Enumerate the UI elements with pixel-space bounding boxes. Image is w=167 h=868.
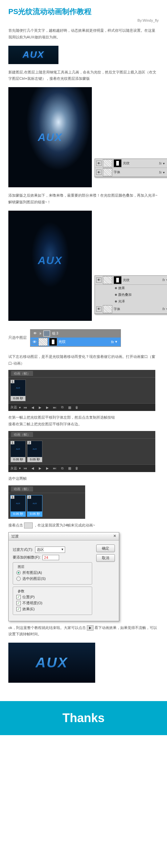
next-frame-button[interactable]: ▶ <box>45 466 50 471</box>
visibility-icon[interactable]: 👁 <box>96 169 102 175</box>
fx-effects[interactable]: 效果 <box>95 285 167 291</box>
first-frame-button[interactable]: ⏮ <box>23 405 28 410</box>
radio-icon <box>17 577 21 581</box>
frames-count-input[interactable]: 24 <box>43 555 59 560</box>
canvas-preview-1: AUX <box>8 87 92 187</box>
layers-panel-1: 👁 光纹 fx ▾ 👁 字体 fx ▾ <box>94 159 167 177</box>
layer-row-lightpattern[interactable]: 👁 光纹 fx ▾ <box>95 159 167 168</box>
layer-name: 光纹 <box>123 278 130 282</box>
frame-1[interactable]: 1AUX0.05 秒 <box>10 380 26 401</box>
tween-icon <box>24 523 33 528</box>
chevron-icon[interactable]: ▾ <box>163 170 167 174</box>
dropdown-icon: ▾ <box>61 547 63 552</box>
animation-panel-1: 动画（帧） 1AUX0.05 秒 永远▾ ⏮ ◀ ▶ ▶ ⏭ ⧉ ▦ 🗑 <box>8 370 155 411</box>
text-span: 接着点击 <box>8 523 23 527</box>
layer-mask-thumb <box>114 159 121 167</box>
frame-1[interactable]: 1AUX0.05 秒 <box>10 441 26 462</box>
fx-satin[interactable]: 光泽 <box>95 298 167 305</box>
loop-dropdown[interactable]: 永远 <box>10 405 17 410</box>
layer-name: 字体 <box>114 307 120 311</box>
bullet-icon <box>115 301 117 303</box>
check-opacity[interactable]: ✓不透明度(O) <box>17 600 88 606</box>
close-icon[interactable]: ✕ <box>113 534 116 539</box>
frame-2[interactable]: 2AUX0.05 秒 <box>27 441 43 462</box>
tween-method-label: 过渡方式(T): <box>13 547 33 552</box>
delete-frame-button[interactable]: 🗑 <box>74 466 80 471</box>
layer-name: 光纹 <box>123 161 130 165</box>
radio-selected-layers[interactable]: 选中的图层(S) <box>17 576 88 581</box>
layer-row-selected[interactable]: 👁 光纹 fx ▾ <box>30 338 120 346</box>
layer-thumb <box>103 276 112 284</box>
cancel-button[interactable]: 取消 <box>96 554 115 562</box>
folder-icon <box>44 331 50 337</box>
check-effects[interactable]: ✓效果(E) <box>17 607 88 612</box>
play-button[interactable]: ▶ <box>37 466 43 471</box>
triangle-icon[interactable] <box>40 332 41 335</box>
new-frame-button[interactable]: ▦ <box>67 405 72 410</box>
prev-frame-button[interactable]: ◀ <box>30 466 35 471</box>
next-frame-button[interactable]: ▶ <box>45 405 50 410</box>
checkbox-icon: ✓ <box>17 601 21 605</box>
visibility-icon[interactable]: 👁 <box>32 339 37 344</box>
canvas-preview-2: AUX <box>8 211 92 321</box>
anim-tab[interactable]: 动画（帧） <box>8 431 155 439</box>
fx-label[interactable]: fx <box>111 340 114 344</box>
layer-row-text[interactable]: 👁 字体 fx ▾ <box>95 168 167 177</box>
frame-1-selected[interactable]: 1AUX0.05 秒 <box>10 495 26 517</box>
layer-mask-thumb <box>114 276 121 284</box>
layer-row-lightpattern[interactable]: 👁 光纹 fx ▾ <box>95 276 167 285</box>
visibility-icon[interactable]: 👁 <box>96 307 102 312</box>
tween-button[interactable]: ⧉ <box>59 405 65 410</box>
anim-tab[interactable]: 动画（帧） <box>8 486 85 493</box>
layer-row-text[interactable]: 👁 字体 fx ▾ <box>95 305 167 314</box>
layer-thumb <box>103 168 112 176</box>
anim-tab-label: 动画（帧） <box>11 371 33 376</box>
check-position[interactable]: ✓位置(P) <box>17 595 88 599</box>
delete-frame-button[interactable]: 🗑 <box>74 405 80 410</box>
first-frame-button[interactable]: ⏮ <box>23 466 28 471</box>
layers-panel-2: 👁 光纹 fx ▾ 效果 颜色叠加 光泽 👁 字体 fx ▾ <box>94 275 167 314</box>
ok-button[interactable]: 确定 <box>96 545 115 552</box>
play-button[interactable]: ▶ <box>37 405 43 410</box>
anim-tab[interactable]: 动画（帧） <box>8 370 155 378</box>
text-span: ，在这里我设置为24帧来完成此动画~ <box>34 523 95 527</box>
text-span: ok，到这里整个教程就此结束啦。大家可以点击 <box>8 626 86 630</box>
bullet-icon <box>115 294 117 296</box>
anim-controls: 永远▾ ⏮ ◀ ▶ ▶ ⏭ ⧉ ▦ 🗑 <box>8 403 155 411</box>
group-header[interactable]: 👁 组 3 <box>30 330 120 338</box>
bullet-icon <box>115 287 117 289</box>
prev-frame-button[interactable]: ◀ <box>30 405 35 410</box>
last-frame-button[interactable]: ⏭ <box>52 466 57 471</box>
fx-label[interactable]: fx <box>162 278 165 282</box>
params-legend: 参数 <box>17 589 26 594</box>
visibility-icon[interactable]: 👁 <box>32 331 38 336</box>
new-frame-button[interactable]: ▦ <box>67 466 72 471</box>
tween-button[interactable]: ⧉ <box>59 466 65 471</box>
fx-label[interactable]: fx <box>159 170 162 174</box>
last-frame-button[interactable]: ⏭ <box>52 405 57 410</box>
chevron-icon[interactable]: ▾ <box>115 340 119 344</box>
dropdown-icon[interactable]: ▾ <box>19 406 21 409</box>
fx-label[interactable]: fx <box>162 307 165 311</box>
layer-name: 字体 <box>114 170 120 175</box>
layers-legend: 图层 <box>17 564 26 569</box>
layers-panel-mini: 👁 组 3 👁 光纹 fx ▾ <box>30 329 121 347</box>
chevron-icon[interactable]: ▾ <box>163 162 167 165</box>
visibility-icon[interactable]: 👁 <box>96 161 102 166</box>
loop-dropdown[interactable]: 永远 <box>10 466 17 471</box>
checkbox-icon: ✓ <box>17 607 21 611</box>
paragraph-7: 选中这两帧 <box>8 475 159 482</box>
tween-method-select[interactable]: 选区▾ <box>35 547 65 553</box>
radio-all-layers[interactable]: 所有图层(A) <box>17 570 88 575</box>
group-name: 组 3 <box>52 331 58 336</box>
layer-name: 光纹 <box>58 339 66 344</box>
animation-panel-2: 动画（帧） 1AUX0.05 秒 2AUX0.05 秒 永远▾ ⏮ ◀ ▶ ▶ … <box>8 431 155 472</box>
frame-2-selected[interactable]: 2AUX0.05 秒 <box>27 495 43 517</box>
fx-coloroverlay[interactable]: 颜色叠加 <box>95 291 167 298</box>
fx-label[interactable]: fx <box>159 162 162 165</box>
visibility-icon[interactable]: 👁 <box>96 277 102 283</box>
author-label: By:Windy_fly <box>8 18 159 22</box>
paragraph-6: 在第一帧上把光纹图层平移到字体左部，然后点击复制所选帧按钮 接着在第二帧上把光纹… <box>8 414 159 428</box>
aux-logo-sample: AUX <box>8 46 58 64</box>
dropdown-icon[interactable]: ▾ <box>19 466 21 470</box>
